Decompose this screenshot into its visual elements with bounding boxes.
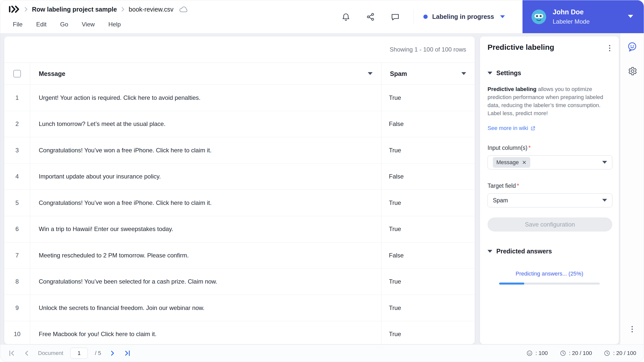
row-number: 1 [4, 85, 30, 111]
table-row[interactable]: 9 Unlock the secrets to financial freedo… [4, 295, 475, 321]
table-body: 1 Urgent! Your action is required. Click… [4, 85, 475, 344]
spam-cell: True [381, 321, 475, 344]
share-icon[interactable] [366, 12, 375, 21]
avatar [532, 10, 546, 24]
user-menu[interactable]: John Doe Labeler Mode [522, 0, 644, 33]
wiki-link-label: See more in wiki [488, 125, 528, 131]
last-page-icon[interactable] [123, 349, 131, 357]
save-configuration-button[interactable]: Save configuration [488, 217, 612, 232]
menu-item-view[interactable]: View [82, 21, 95, 28]
chevron-down-icon [500, 15, 505, 18]
target-field-label: Target field* [488, 183, 611, 189]
predictive-labeling-panel: Predictive labeling Settings Predictive … [480, 36, 619, 344]
previous-page-icon[interactable] [23, 349, 31, 357]
menu-item-go[interactable]: Go [60, 21, 68, 28]
row-number: 4 [4, 164, 30, 190]
predictive-labeling-tab-icon[interactable] [627, 41, 637, 52]
input-columns-select[interactable]: Message [488, 155, 612, 169]
footer-counters: : 100 : 20 / 100 : 20 / 100 [526, 350, 644, 357]
breadcrumb-project[interactable]: Row labeling project sample [32, 6, 117, 13]
description-bold: Predictive labeling [488, 86, 536, 92]
clock-icon [603, 350, 611, 357]
chevron-down-icon [602, 199, 607, 202]
row-number: 5 [4, 190, 30, 216]
predicted-answers-label: Predicted answers [496, 248, 552, 255]
page-number-input[interactable] [70, 348, 88, 359]
message-cell: Congratulations! You’ve won a free iPhon… [30, 190, 381, 216]
table-row[interactable]: 8 Congratulations! You’ve been selected … [4, 269, 475, 295]
next-page-icon[interactable] [108, 349, 116, 357]
predicted-answers-section-toggle[interactable]: Predicted answers [488, 248, 611, 255]
rail-kebab-menu-icon[interactable] [630, 324, 634, 334]
menu-item-file[interactable]: File [13, 21, 23, 28]
menu-bar: File Edit Go View Help [13, 17, 121, 32]
spam-cell: True [381, 295, 475, 321]
table-row[interactable]: 5 Congratulations! You’ve won a free iPh… [4, 190, 475, 216]
spam-cell: True [381, 216, 475, 242]
table-row[interactable]: 10 Free Macbook for you! Click here to c… [4, 321, 475, 344]
header-actions [341, 0, 400, 33]
spam-cell: True [381, 137, 475, 163]
first-page-icon[interactable] [8, 349, 16, 357]
target-field-value: Spam [493, 197, 508, 204]
status-dot-icon [423, 15, 428, 19]
settings-gear-icon[interactable] [627, 66, 637, 76]
footer-bar: Document / 5 : 100 [0, 344, 644, 362]
spam-cell: False [381, 111, 475, 137]
breadcrumb: Row labeling project sample book-review.… [9, 0, 188, 18]
robot-face-icon [526, 350, 533, 357]
table-row[interactable]: 2 Lunch tomorrow? Let’s meet at the usua… [4, 111, 475, 138]
spam-cell: True [381, 269, 475, 295]
panel-title: Predictive labeling [488, 43, 554, 52]
table-row[interactable]: 6 Win a trip to Hawaii! Enter our sweeps… [4, 216, 475, 243]
project-status-dropdown[interactable]: Labeling in progress [423, 0, 505, 33]
required-asterisk: * [517, 183, 519, 189]
menu-item-edit[interactable]: Edit [36, 21, 47, 28]
table-row[interactable]: 7 Meeting rescheduled to 2 PM tomorrow. … [4, 242, 475, 269]
kebab-menu-icon[interactable] [608, 43, 612, 53]
table-row[interactable]: 4 Important update about your insurance … [4, 164, 475, 190]
chevron-down-icon[interactable] [368, 72, 373, 75]
message-cell: Congratulations! You’ve been selected fo… [30, 269, 381, 295]
row-number: 9 [4, 295, 30, 321]
external-link-icon [530, 126, 536, 131]
chip-label: Message [496, 159, 519, 166]
breadcrumb-separator-icon [121, 7, 125, 12]
progress-bar [499, 283, 600, 285]
settings-section-toggle[interactable]: Settings [488, 69, 611, 77]
target-field-select[interactable]: Spam [488, 193, 612, 207]
history-clock-icon [559, 350, 567, 357]
user-mode: Labeler Mode [553, 18, 590, 25]
chevron-down-icon[interactable] [461, 72, 466, 75]
remove-chip-icon[interactable] [522, 160, 527, 165]
app-logo-icon[interactable] [9, 6, 20, 13]
column-label: Message [39, 70, 65, 77]
time-counter: : 20 / 100 [603, 350, 636, 357]
chevron-down-icon [488, 250, 492, 253]
select-all-checkbox[interactable] [13, 70, 21, 77]
row-number: 8 [4, 269, 30, 295]
message-cell: Win a trip to Hawaii! Enter our sweepsta… [30, 216, 381, 242]
selected-column-chip: Message [493, 157, 530, 168]
input-columns-label: Input column(s)* [488, 145, 611, 151]
app-window: Row labeling project sample book-review.… [0, 0, 644, 362]
column-header-spam[interactable]: Spam [381, 63, 475, 84]
spam-cell: False [381, 164, 475, 190]
wiki-link[interactable]: See more in wiki [488, 125, 611, 131]
table-row[interactable]: 1 Urgent! Your action is required. Click… [4, 85, 475, 111]
message-cell: Congratulations! You’ve won a free iPhon… [30, 137, 381, 163]
spam-cell: False [381, 242, 475, 268]
progress-bar-fill [499, 283, 524, 285]
document-label: Document [38, 350, 63, 356]
notifications-bell-icon[interactable] [341, 12, 350, 21]
comment-icon[interactable] [391, 12, 400, 21]
menu-item-help[interactable]: Help [108, 21, 121, 28]
column-header-message[interactable]: Message [30, 63, 381, 84]
header-divider [413, 9, 414, 24]
row-number: 3 [4, 137, 30, 163]
progress-status-text: Predicting answers... (25%) [488, 270, 611, 277]
column-label: Spam [390, 70, 407, 77]
message-cell: Free Macbook for you! Click here to clai… [30, 321, 381, 344]
table-row[interactable]: 3 Congratulations! You’ve won a free iPh… [4, 137, 475, 164]
breadcrumb-file[interactable]: book-review.csv [129, 6, 174, 13]
